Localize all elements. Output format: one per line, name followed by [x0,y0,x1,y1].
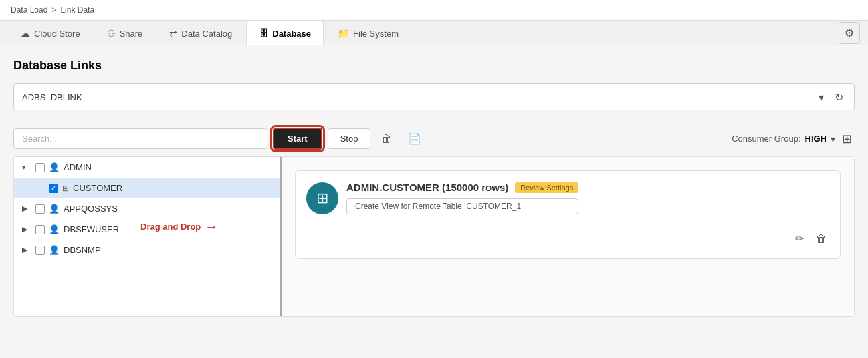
tree-label-dbsnmp: DBSNMP [64,245,101,255]
tree-label-admin: ADMIN [64,162,92,172]
view-pill: Create View for Remote Table: CUSTOMER_1 [346,198,578,214]
table-card-header: ⊞ ADMIN.CUSTOMER (150000 rows) Review Se… [306,182,829,214]
table-card-footer: ✏ 🗑 [306,224,829,248]
database-icon: 🗄 [259,28,268,39]
catalog-icon: ⇄ [169,28,177,39]
dblink-controls: ▾ ↻ [816,88,846,106]
tab-data-catalog[interactable]: ⇄ Data Catalog [156,21,245,45]
user-icon-dbsfwuser: 👤 [49,224,60,234]
tab-bar: ☁ Cloud Store ⚇ Share ⇄ Data Catalog 🗄 D… [0,21,868,45]
tab-file-system-label: File System [353,29,399,39]
table-card: ⊞ ADMIN.CUSTOMER (150000 rows) Review Se… [295,170,841,259]
start-button[interactable]: Start [273,128,322,150]
tree-item-appqossys[interactable]: ▶ 👤 APPQOSSYS [14,198,280,219]
tab-file-system[interactable]: 📁 File System [325,21,411,45]
dblink-refresh-button[interactable]: ↻ [832,88,846,106]
dblink-dropdown-button[interactable]: ▾ [816,88,827,106]
tree-label-appqossys: APPQOSSYS [64,204,118,214]
checkbox-dbsnmp[interactable] [35,246,45,255]
table-card-info: ADMIN.CUSTOMER (150000 rows) Review Sett… [346,182,578,214]
review-settings-badge[interactable]: Review Settings [515,182,578,193]
tree-item-dbsnmp[interactable]: ▶ 👤 DBSNMP [14,240,280,260]
main-content: Database Links ADBS_DBLINK ▾ ↻ Start Sto… [0,45,868,317]
tree-item-dbsfwuser[interactable]: ▶ 👤 DBSFWUSER [14,219,280,240]
panels: ▾ 👤 ADMIN ✓ ⊞ CUSTOMER ▶ 👤 APPQ [13,156,855,317]
table-card-title: ADMIN.CUSTOMER (150000 rows) [346,182,508,193]
breadcrumb-separator: > [51,5,56,15]
content-panel: ⊞ ADMIN.CUSTOMER (150000 rows) Review Se… [282,157,854,316]
toolbar: Start Stop 🗑 📄 Consumer Group: HIGH ▾ ⊞ [13,121,855,156]
consumer-group-value: HIGH [805,134,827,144]
panels-wrapper: ▾ 👤 ADMIN ✓ ⊞ CUSTOMER ▶ 👤 APPQ [13,156,855,317]
search-container [13,128,267,149]
breadcrumb: Data Load > Link Data [0,0,868,21]
table-title-row: ADMIN.CUSTOMER (150000 rows) Review Sett… [346,182,578,193]
checkbox-admin[interactable] [35,163,45,172]
tab-share-label: Share [120,29,143,39]
page-title: Database Links [13,59,855,73]
delete-button[interactable]: 🗑 [376,129,397,149]
consumer-group-area: Consumer Group: HIGH ▾ ⊞ [732,129,855,149]
expand-icon-appqossys: ▶ [22,204,31,213]
table-icon-customer: ⊞ [62,184,69,193]
expand-icon-dbsnmp: ▶ [22,246,31,254]
dblink-selector: ADBS_DBLINK ▾ ↻ [13,83,855,110]
tab-database-label: Database [272,29,311,39]
tree-label-customer: CUSTOMER [73,183,122,193]
cloud-icon: ☁ [21,28,30,39]
breadcrumb-parent[interactable]: Data Load [11,5,47,15]
tab-cloud-store-label: Cloud Store [34,29,80,39]
breadcrumb-current: Link Data [60,5,94,15]
tab-share[interactable]: ⚇ Share [94,21,156,45]
table-icon-circle: ⊞ [306,182,338,214]
tree-panel: ▾ 👤 ADMIN ✓ ⊞ CUSTOMER ▶ 👤 APPQ [14,157,282,316]
card-edit-button[interactable]: ✏ [792,230,806,248]
search-input[interactable] [13,128,267,149]
user-icon-appqossys: 👤 [49,204,60,214]
tab-data-catalog-label: Data Catalog [181,29,232,39]
user-icon-admin: 👤 [49,162,60,172]
consumer-group-dropdown-button[interactable]: ▾ [831,134,835,144]
tab-cloud-store[interactable]: ☁ Cloud Store [8,21,93,45]
stop-button[interactable]: Stop [328,128,371,149]
checkbox-appqossys[interactable] [35,204,45,214]
expand-icon-dbsfwuser: ▶ [22,225,31,234]
user-icon-dbsnmp: 👤 [49,245,60,255]
card-delete-button[interactable]: 🗑 [813,230,829,248]
expand-icon-admin: ▾ [22,163,31,172]
content-panel-inner: ⊞ ADMIN.CUSTOMER (150000 rows) Review Se… [282,157,854,267]
document-button[interactable]: 📄 [403,128,427,149]
checkbox-customer[interactable]: ✓ [49,184,58,193]
checkbox-dbsfwuser[interactable] [35,225,45,234]
tab-database[interactable]: 🗄 Database [246,21,324,45]
dblink-value: ADBS_DBLINK [22,92,816,102]
columns-button[interactable]: ⊞ [839,129,855,149]
share-icon: ⚇ [107,28,116,39]
tree-label-dbsfwuser: DBSFWUSER [64,224,119,234]
settings-button[interactable]: ⚙ [839,22,860,44]
tree-item-customer[interactable]: ✓ ⊞ CUSTOMER [14,178,280,198]
tree-item-admin[interactable]: ▾ 👤 ADMIN [14,157,280,178]
folder-icon: 📁 [338,28,349,39]
consumer-group-label: Consumer Group: [732,134,800,144]
table-grid-icon: ⊞ [316,190,328,207]
